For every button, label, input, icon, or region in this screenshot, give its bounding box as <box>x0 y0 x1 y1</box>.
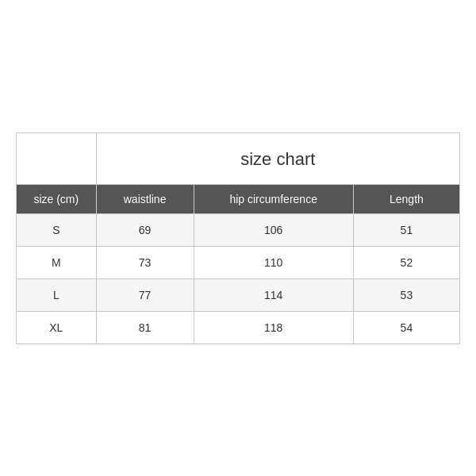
title-empty-cell <box>17 132 97 184</box>
cell-length: 54 <box>353 311 459 344</box>
header-waistline: waistline <box>96 184 194 213</box>
chart-title: size chart <box>96 132 459 184</box>
table-row: M7311052 <box>17 246 460 278</box>
cell-size: M <box>17 246 97 278</box>
cell-waistline: 69 <box>96 213 194 246</box>
cell-waistline: 81 <box>96 311 194 344</box>
cell-hip: 114 <box>194 278 353 311</box>
cell-waistline: 77 <box>96 278 194 311</box>
table-row: XL8111854 <box>17 311 460 344</box>
table-row: L7711453 <box>17 278 460 311</box>
cell-waistline: 73 <box>96 246 194 278</box>
cell-length: 53 <box>353 278 459 311</box>
cell-length: 51 <box>353 213 459 246</box>
cell-size: XL <box>17 311 97 344</box>
cell-hip: 106 <box>194 213 353 246</box>
header-hip: hip circumference <box>194 184 353 213</box>
title-row: size chart <box>17 132 460 184</box>
size-chart-container: size chart size (cm) waistline hip circu… <box>16 132 460 344</box>
size-chart-table: size chart size (cm) waistline hip circu… <box>16 132 460 344</box>
cell-size: S <box>17 213 97 246</box>
cell-length: 52 <box>353 246 459 278</box>
header-length: Length <box>353 184 459 213</box>
header-row: size (cm) waistline hip circumference Le… <box>17 184 460 213</box>
table-row: S6910651 <box>17 213 460 246</box>
cell-hip: 110 <box>194 246 353 278</box>
cell-size: L <box>17 278 97 311</box>
cell-hip: 118 <box>194 311 353 344</box>
header-size: size (cm) <box>17 184 97 213</box>
